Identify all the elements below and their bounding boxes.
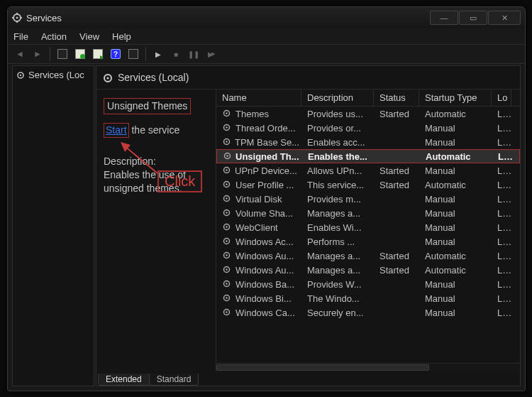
cell-startup: Manual	[419, 222, 492, 233]
table-row[interactable]: Windows Ba...Provides W...ManualLc	[216, 277, 520, 291]
list-body[interactable]: ThemesProvides us...StartedAutomaticLcTh…	[216, 107, 520, 363]
restart-service-button[interactable]: ▶▶	[204, 46, 219, 62]
cell-description: This service...	[301, 180, 374, 190]
svg-point-11	[226, 112, 227, 114]
col-logon[interactable]: Lo	[492, 89, 511, 106]
annotation-click-label: Click	[157, 170, 202, 192]
cell-status: Started	[374, 265, 419, 276]
table-row[interactable]: Windows Bi...The Windo...ManualLc	[216, 291, 520, 305]
svg-point-15	[226, 141, 227, 142]
cell-startup: Manual	[419, 308, 492, 318]
back-button[interactable]: ◄	[12, 46, 28, 62]
cell-description: Provides us...	[301, 109, 374, 119]
cell-logon: Lc	[492, 265, 511, 276]
cell-name: Windows Bi...	[216, 293, 301, 304]
cell-logon: Lc	[492, 151, 512, 162]
console-tree[interactable]: Services (Loc	[12, 65, 94, 386]
cell-description: The Windo...	[301, 293, 374, 304]
start-service-link[interactable]: Start	[104, 123, 129, 138]
cell-name: Windows Au...	[216, 251, 301, 261]
cell-description: Manages a...	[301, 265, 374, 276]
horizontal-scrollbar[interactable]	[216, 363, 520, 371]
cell-name: Volume Sha...	[216, 208, 301, 219]
menu-help[interactable]: Help	[112, 31, 131, 42]
cell-description: Enables Wi...	[301, 222, 374, 233]
close-button[interactable]: ✕	[488, 11, 521, 25]
table-row[interactable]: Windows Au...Manages a...StartedAutomati…	[216, 249, 520, 263]
properties-button[interactable]	[72, 46, 88, 62]
gear-icon	[222, 251, 232, 261]
tree-root[interactable]: Services (Loc	[14, 69, 92, 81]
forward-button[interactable]: ►	[30, 46, 45, 62]
cell-logon: Lc	[492, 208, 511, 219]
col-name[interactable]: Name	[216, 89, 301, 106]
start-service-suffix: the service	[129, 124, 180, 136]
pane-title: Services (Local)	[118, 72, 189, 83]
client-area: Services (Loc Services (Local) Unsigned …	[8, 64, 525, 391]
table-row[interactable]: WebClientEnables Wi...ManualLc	[216, 220, 520, 234]
menu-file[interactable]: File	[13, 31, 28, 42]
toolbar: ◄ ► ? ▶ ■ ❚❚ ▶▶	[8, 44, 525, 64]
cell-status: Started	[374, 180, 419, 190]
pause-service-button[interactable]: ❚❚	[186, 46, 201, 62]
toolbar-separator	[145, 47, 146, 61]
scrollbar-thumb[interactable]	[216, 364, 429, 371]
cell-logon: Lc	[492, 279, 511, 290]
gear-icon	[222, 137, 231, 147]
gear-icon	[222, 180, 232, 190]
table-row[interactable]: Unsigned Th...Enables the...AutomaticLc	[216, 149, 520, 163]
menu-view[interactable]: View	[79, 31, 99, 42]
table-row[interactable]: User Profile ...This service...StartedAu…	[216, 178, 520, 192]
cell-startup: Manual	[419, 279, 492, 290]
cell-status: Started	[374, 109, 419, 119]
cell-name: UPnP Device...	[216, 165, 301, 176]
table-row[interactable]: Windows Au...Manages a...StartedAutomati…	[216, 263, 520, 277]
table-row[interactable]: Windows Ca...Securely en...ManualLc	[216, 305, 520, 320]
cell-status: Started	[374, 251, 419, 261]
svg-point-39	[226, 311, 227, 312]
svg-point-29	[226, 240, 227, 241]
table-row[interactable]: ThemesProvides us...StartedAutomaticLc	[216, 107, 520, 121]
show-hide-tree-button[interactable]	[55, 46, 70, 62]
help-button[interactable]: ?	[108, 46, 123, 62]
cell-description: Performs ...	[301, 236, 374, 247]
table-row[interactable]: TPM Base Se...Enables acc...ManualLc	[216, 135, 520, 149]
col-description[interactable]: Description	[301, 89, 374, 106]
table-row[interactable]: UPnP Device...Allows UPn...StartedManual…	[216, 163, 520, 178]
maximize-button[interactable]: ▭	[459, 11, 487, 25]
cell-startup: Manual	[419, 137, 492, 148]
service-list: Name Description Status Startup Type Lo …	[216, 89, 520, 371]
cell-startup: Automatic	[419, 109, 492, 119]
cell-name: Windows Ca...	[216, 308, 301, 318]
table-row[interactable]: Virtual DiskProvides m...ManualLc	[216, 192, 520, 206]
cell-description: Enables the...	[302, 151, 375, 162]
menu-action[interactable]: Action	[41, 31, 67, 42]
cell-name: Windows Ba...	[216, 279, 301, 290]
col-status[interactable]: Status	[374, 89, 419, 106]
tab-extended[interactable]: Extended	[98, 374, 150, 386]
cell-name: User Profile ...	[216, 180, 301, 190]
gear-icon	[222, 279, 232, 289]
refresh-button[interactable]	[126, 46, 141, 62]
minimize-button[interactable]: ―	[430, 11, 458, 25]
cell-name: Virtual Disk	[216, 194, 301, 205]
stop-service-button[interactable]: ■	[168, 46, 184, 62]
table-row[interactable]: Volume Sha...Manages a...ManualLc	[216, 206, 520, 220]
table-row[interactable]: Thread Orde...Provides or...ManualLc	[216, 121, 520, 135]
col-startup[interactable]: Startup Type	[419, 89, 492, 106]
table-row[interactable]: Windows Ac...Performs ...ManualLc	[216, 234, 520, 249]
cell-startup: Manual	[419, 208, 492, 219]
services-icon	[12, 13, 22, 23]
svg-point-23	[226, 197, 227, 199]
cell-name: Themes	[216, 109, 301, 119]
tab-standard[interactable]: Standard	[149, 374, 199, 386]
start-service-button[interactable]: ▶	[150, 46, 166, 62]
cell-description: Enables acc...	[301, 137, 374, 148]
cell-name: TPM Base Se...	[216, 137, 301, 148]
gear-icon	[16, 70, 26, 80]
gear-icon	[222, 308, 232, 317]
title-bar[interactable]: Services ― ▭ ✕	[8, 7, 525, 28]
cell-name: Windows Au...	[216, 265, 301, 276]
export-list-button[interactable]	[90, 46, 106, 62]
service-action-line: Start the service	[104, 123, 209, 138]
